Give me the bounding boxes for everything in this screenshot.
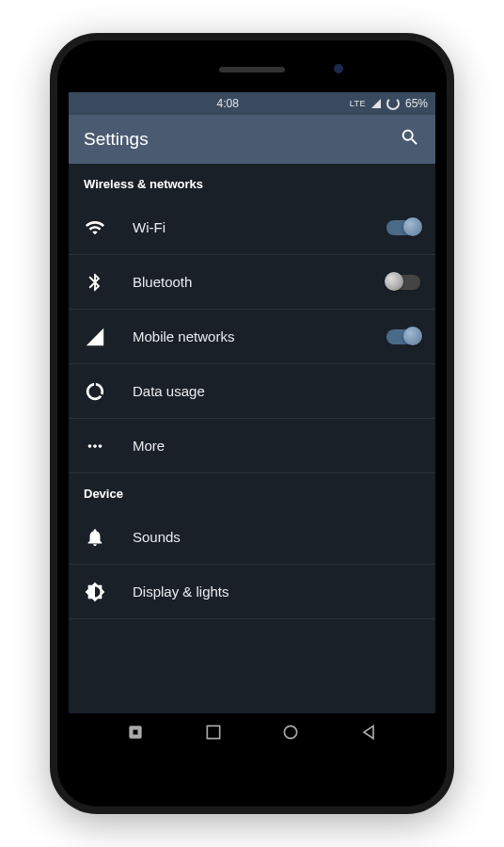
settings-list[interactable]: Wireless & networks Wi-Fi Bluetooth bbox=[69, 164, 435, 713]
list-item-data-usage[interactable]: Data usage bbox=[69, 364, 435, 419]
section-header-device: Device bbox=[69, 473, 435, 510]
data-usage-label: Data usage bbox=[133, 383, 420, 399]
nav-recent-button[interactable] bbox=[204, 723, 223, 745]
bluetooth-icon bbox=[84, 271, 106, 294]
list-item-display[interactable]: Display & lights bbox=[69, 565, 435, 619]
search-icon bbox=[400, 127, 420, 148]
wifi-toggle[interactable] bbox=[386, 220, 420, 235]
nav-home-button[interactable] bbox=[281, 723, 300, 745]
nav-back-button[interactable] bbox=[359, 723, 378, 745]
wifi-label: Wi-Fi bbox=[133, 219, 386, 235]
loading-icon bbox=[386, 97, 400, 110]
svg-rect-1 bbox=[133, 729, 139, 736]
wifi-icon bbox=[84, 216, 106, 239]
phone-speaker bbox=[219, 67, 285, 72]
status-battery: 65% bbox=[405, 97, 428, 110]
navigation-bar bbox=[69, 713, 435, 755]
phone-frame: 4:08 LTE 65% Settings Wireless & network… bbox=[50, 33, 454, 814]
screen: 4:08 LTE 65% Settings Wireless & network… bbox=[69, 92, 435, 755]
status-time: 4:08 bbox=[217, 97, 239, 110]
bluetooth-toggle[interactable] bbox=[386, 275, 420, 290]
phone-camera bbox=[334, 64, 343, 73]
signal-icon bbox=[371, 99, 381, 108]
search-button[interactable] bbox=[400, 127, 420, 152]
more-label: More bbox=[133, 438, 420, 454]
status-bar[interactable]: 4:08 LTE 65% bbox=[69, 92, 435, 115]
more-icon bbox=[84, 435, 106, 457]
mobile-toggle[interactable] bbox=[386, 329, 420, 344]
app-bar: Settings bbox=[69, 115, 435, 164]
section-header-wireless: Wireless & networks bbox=[69, 164, 435, 200]
bluetooth-label: Bluetooth bbox=[133, 274, 386, 290]
sounds-label: Sounds bbox=[133, 529, 420, 545]
page-title: Settings bbox=[84, 129, 400, 150]
list-item-more[interactable]: More bbox=[69, 419, 435, 473]
list-item-mobile[interactable]: Mobile networks bbox=[69, 310, 435, 364]
list-item-bluetooth[interactable]: Bluetooth bbox=[69, 255, 435, 310]
phone-bezel: 4:08 LTE 65% Settings Wireless & network… bbox=[57, 40, 447, 807]
list-item-sounds[interactable]: Sounds bbox=[69, 510, 435, 565]
svg-point-3 bbox=[285, 726, 297, 738]
data-usage-icon bbox=[84, 380, 106, 403]
nav-last-app-button[interactable] bbox=[126, 723, 145, 745]
cellular-icon bbox=[84, 326, 106, 348]
display-label: Display & lights bbox=[133, 583, 420, 599]
svg-rect-2 bbox=[207, 726, 219, 738]
bell-icon bbox=[84, 526, 106, 549]
status-network: LTE bbox=[350, 99, 366, 108]
list-item-wifi[interactable]: Wi-Fi bbox=[69, 200, 435, 255]
brightness-icon bbox=[84, 581, 106, 603]
mobile-label: Mobile networks bbox=[133, 328, 386, 344]
